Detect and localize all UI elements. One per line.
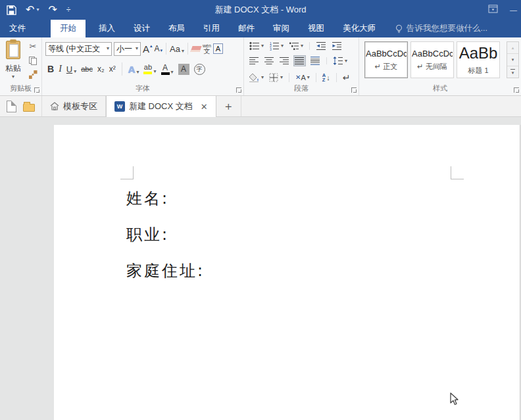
new-tab-button[interactable]: ＋ <box>216 96 241 116</box>
distribute-button[interactable] <box>309 56 321 66</box>
align-center-button[interactable] <box>264 56 275 66</box>
change-case-button[interactable]: Aa▾ <box>170 44 184 54</box>
superscript-button[interactable]: x² <box>109 64 116 74</box>
font-name-combo[interactable]: 等线 (中文正文 ▾ <box>45 42 112 56</box>
close-tab-icon[interactable]: ✕ <box>201 102 208 112</box>
document-line-name[interactable]: 姓名: <box>126 188 169 209</box>
ribbon: 粘贴 ▾ ✂ 剪贴板 等线 (中文正文 ▾ 小一 ▾ A▴ A▾ Aa▾ <box>0 37 521 96</box>
mouse-cursor-icon <box>449 392 459 407</box>
tab-home[interactable]: 开始 <box>51 20 86 37</box>
tab-references[interactable]: 引用 <box>194 20 229 37</box>
align-right-button[interactable] <box>279 56 290 66</box>
subscript-button[interactable]: x₂ <box>97 64 105 74</box>
shading-button[interactable]: ▾ <box>249 72 264 83</box>
show-hide-marks-button[interactable]: ↵ <box>342 72 351 83</box>
style-card-no-spacing[interactable]: AaBbCcDc ↵ 无间隔 <box>410 41 454 78</box>
bullets-button[interactable]: ▾ <box>249 41 264 51</box>
bold-button[interactable]: B <box>47 64 54 74</box>
clear-formatting-icon[interactable] <box>190 46 201 52</box>
numbering-button[interactable]: 123 ▾ <box>268 41 284 51</box>
tab-view[interactable]: 视图 <box>299 20 334 37</box>
minimize-button[interactable]: — <box>510 6 517 14</box>
grow-font-button[interactable]: A▴ <box>143 43 153 55</box>
tell-me-label: 告诉我您想要做什么... <box>407 23 487 34</box>
decrease-indent-button[interactable] <box>315 41 327 51</box>
tab-document-active[interactable]: W 新建 DOCX 文档 ✕ <box>106 96 216 117</box>
styles-gallery-more-icon[interactable]: ▾ <box>507 66 518 78</box>
font-color-button[interactable]: A ▾ <box>161 64 174 75</box>
font-name-dropdown-icon: ▾ <box>107 46 109 51</box>
tab-template-zone-label: 模板专区 <box>63 101 97 112</box>
style-card-normal[interactable]: AaBbCcDc ↵ 正文 <box>364 41 408 78</box>
font-group-label: 字体 <box>42 83 243 93</box>
window-title: 新建 DOCX 文档 - Word <box>0 0 521 20</box>
styles-gallery-scrollbar[interactable]: ▴ ▾ ▾ <box>507 41 519 78</box>
tell-me-box[interactable]: 告诉我您想要做什么... <box>395 20 487 37</box>
paragraph-dialog-launcher[interactable] <box>351 87 357 93</box>
paste-dropdown-icon[interactable]: ▾ <box>12 74 14 80</box>
align-left-button[interactable] <box>249 56 260 66</box>
svg-text:3: 3 <box>270 47 272 51</box>
ribbon-tab-row: 文件 开始 插入 设计 布局 引用 邮件 审阅 视图 美化大师 告诉我您想要做什… <box>0 20 521 37</box>
margin-corner-mark-right <box>451 166 464 179</box>
paragraph-group: ▾ 123 ▾ ▾ <box>244 37 359 95</box>
enclose-characters-button[interactable]: 字 <box>194 64 205 75</box>
italic-button[interactable]: I <box>59 64 62 74</box>
shrink-font-button[interactable]: A▾ <box>155 44 163 53</box>
paragraph-group-label: 段落 <box>244 83 359 93</box>
character-shading-button[interactable]: A <box>178 64 189 75</box>
borders-button[interactable]: ▾ <box>268 72 284 83</box>
word-file-icon: W <box>114 101 125 112</box>
tab-document-label: 新建 DOCX 文档 <box>129 101 193 112</box>
multilevel-list-button[interactable]: ▾ <box>288 41 304 51</box>
document-line-address[interactable]: 家庭住址: <box>126 260 205 281</box>
styles-group-label: 样式 <box>359 83 521 93</box>
phonetic-guide-button[interactable]: wén 文 <box>203 43 211 55</box>
margin-corner-mark-left <box>120 166 134 179</box>
style-card-heading1[interactable]: AaBb 标题 1 <box>457 41 500 78</box>
clipboard-dialog-launcher[interactable] <box>34 87 39 93</box>
paste-button[interactable]: 粘贴 ▾ <box>2 39 24 85</box>
font-size-dropdown-icon: ▾ <box>136 46 138 51</box>
tab-mailings[interactable]: 邮件 <box>229 20 264 37</box>
tab-insert[interactable]: 插入 <box>89 20 124 37</box>
cut-icon[interactable]: ✂ <box>30 41 37 51</box>
new-document-icon[interactable] <box>7 101 16 112</box>
tab-beautify[interactable]: 美化大师 <box>334 20 385 37</box>
font-color-swatch <box>161 72 170 75</box>
highlight-color-swatch <box>143 72 152 74</box>
format-painter-icon[interactable] <box>29 70 37 79</box>
copy-icon[interactable] <box>29 57 37 65</box>
paste-icon <box>6 41 20 59</box>
font-dialog-launcher[interactable] <box>236 87 241 93</box>
tab-template-zone[interactable]: 模板专区 <box>42 96 106 116</box>
asian-layout-button[interactable]: ✕ A ▾ <box>295 74 310 82</box>
ribbon-display-options-icon[interactable] <box>488 5 498 15</box>
open-folder-icon[interactable] <box>23 104 35 112</box>
document-line-occupation[interactable]: 职业: <box>126 224 169 245</box>
styles-group: AaBbCcDc ↵ 正文 AaBbCcDc ↵ 无间隔 AaBb 标题 1 ▴… <box>359 37 521 95</box>
sort-button[interactable]: AZ ↓ <box>322 72 331 83</box>
tab-file[interactable]: 文件 <box>0 20 35 37</box>
document-area: 姓名: 职业: 家庭住址: <box>0 117 521 420</box>
styles-scroll-up-icon[interactable]: ▴ <box>507 42 518 54</box>
text-effects-button[interactable]: A▾ <box>128 64 139 75</box>
character-border-button[interactable]: A <box>213 43 223 54</box>
home-icon <box>50 102 59 110</box>
line-spacing-button[interactable]: ▾ <box>332 56 348 66</box>
lightbulb-icon <box>395 24 403 34</box>
font-size-combo[interactable]: 小一 ▾ <box>114 42 141 56</box>
strikethrough-button[interactable]: abc <box>81 65 93 73</box>
tab-review[interactable]: 审阅 <box>264 20 299 37</box>
underline-button[interactable]: U▾ <box>66 64 76 74</box>
clipboard-group: 粘贴 ▾ ✂ 剪贴板 <box>0 37 42 95</box>
justify-button[interactable] <box>294 56 305 66</box>
tab-design[interactable]: 设计 <box>124 20 159 37</box>
tab-layout[interactable]: 布局 <box>159 20 194 37</box>
document-page[interactable]: 姓名: 职业: 家庭住址: <box>54 125 520 420</box>
styles-scroll-down-icon[interactable]: ▾ <box>507 54 518 66</box>
increase-indent-button[interactable] <box>331 41 343 51</box>
highlight-button[interactable]: ab ▾ <box>143 64 156 74</box>
font-group: 等线 (中文正文 ▾ 小一 ▾ A▴ A▾ Aa▾ wén 文 A B I U▾… <box>42 37 244 95</box>
styles-dialog-launcher[interactable] <box>514 87 519 93</box>
